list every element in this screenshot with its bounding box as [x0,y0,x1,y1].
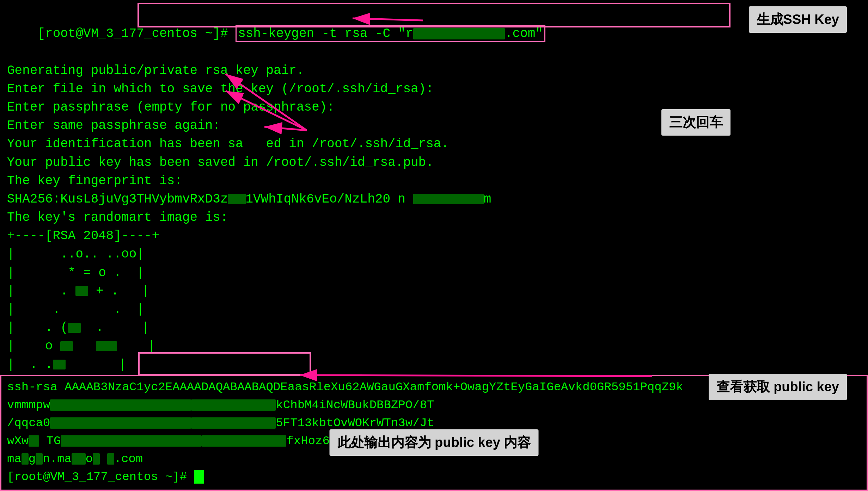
terminal-line-3: Enter passphrase (empty for no passphras… [7,98,861,117]
terminal-line-2: Enter file in which to save the key (/ro… [7,80,861,98]
prompt: [root@VM_3_177_centos ~]# [37,26,236,41]
terminal-line-5: Your identification has been savvved in … [7,135,861,153]
terminal-line-8: SHA256:KusL8juVg3THVybmvRxD3z 1VWhIqNk6v… [7,190,861,209]
terminal-line-1: Generating public/private rsa key pair. [7,62,861,80]
terminal-line-7: The key fingerprint is: [7,172,861,190]
art-line-7: | . . | [7,356,861,374]
art-line-4: | . . | [7,300,861,319]
art-line-6: | o | [7,337,861,355]
terminal-line-4: Enter same passphrase again: [7,117,861,135]
annotation-public-key-content: 此处输出内容为 public key 内容 [330,429,539,456]
art-border-top: +----[RSA 2048]----+ [7,227,861,245]
annotation-generate-ssh-key: 生成SSH Key [749,6,847,33]
terminal-line-prompt3: [root@VM_3_177_centos ~]# [7,468,861,486]
art-line-5: | . ( . | [7,319,861,337]
art-line-2: | * = o . | [7,264,861,282]
annotation-three-enter: 三次回车 [661,109,731,136]
annotation-view-public-key: 查看获取 public key [709,374,847,400]
art-line-3: | . + . | [7,282,861,300]
terminal: [root@VM_3_177_centos ~]# ssh-keygen -t … [0,0,868,491]
terminal-line-6: Your public key has been saved in /root/… [7,154,861,172]
terminal-line-0: [root@VM_3_177_centos ~]# ssh-keygen -t … [7,6,861,62]
art-line-1: | ..o.. ..oo| [7,245,861,263]
ssh-keygen-command: ssh-keygen -t rsa -C "r .com" [236,25,545,42]
terminal-line-9: The key's randomart image is: [7,209,861,227]
